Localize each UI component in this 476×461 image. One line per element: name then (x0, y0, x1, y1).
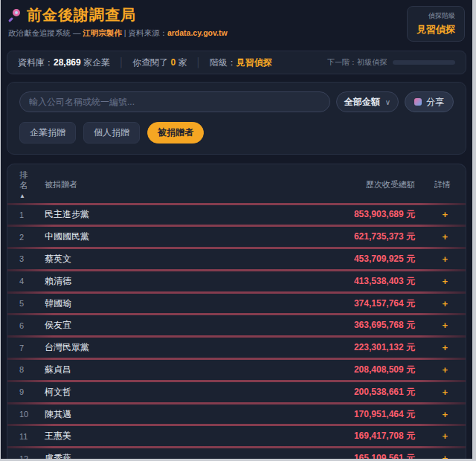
progress-bar (393, 60, 455, 65)
author-link[interactable]: 江明宗製作 (83, 28, 122, 37)
row-total-amount: 169,417,708 元 (303, 430, 415, 442)
detective-rank-badge: 偵探階級 見習偵探 (407, 6, 465, 42)
expand-row-icon[interactable]: + (415, 298, 454, 309)
table-body: 1 民主進步黨 853,903,689 元 + 2 中國國民黨 621,735,… (7, 205, 466, 460)
row-recipient-name: 柯文哲 (45, 386, 303, 399)
expand-row-icon[interactable]: + (415, 276, 454, 287)
tab-1[interactable]: 個人捐贈 (83, 122, 140, 144)
data-source-link[interactable]: ardata.cy.gov.tw (167, 28, 228, 37)
header: 前金後謝調查局 政治獻金追蹤系統 — 江明宗製作 | 資料來源：ardata.c… (1, 0, 472, 42)
row-rank: 9 (19, 387, 45, 396)
row-recipient-name: 蘇貞昌 (45, 364, 303, 376)
row-rank: 4 (19, 277, 45, 286)
title-block: 前金後謝調查局 政治獻金追蹤系統 — 江明宗製作 | 資料來源：ardata.c… (8, 5, 228, 39)
db-label: 資料庫： (18, 57, 54, 68)
detail-column-header: 詳情 (415, 179, 454, 190)
expand-row-icon[interactable]: + (415, 364, 454, 375)
row-rank: 3 (19, 254, 45, 263)
expand-row-icon[interactable]: + (415, 409, 454, 420)
table-row[interactable]: 9 柯文哲 200,538,661 元 + (7, 382, 466, 402)
row-recipient-name: 盧秀燕 (45, 452, 303, 459)
row-total-amount: 200,538,661 元 (303, 386, 415, 399)
row-total-amount: 208,408,509 元 (303, 364, 415, 376)
expand-row-icon[interactable]: + (415, 209, 454, 220)
row-total-amount: 223,301,132 元 (303, 341, 415, 354)
row-recipient-name: 台灣民眾黨 (45, 341, 303, 354)
expand-row-icon[interactable]: + (415, 342, 454, 353)
table-row[interactable]: 11 王惠美 169,417,708 元 + (7, 426, 466, 446)
stats-text: 資料庫：28,869 家企業 │ 你查閱了 0 家 │ 階級：見習偵探 (18, 57, 272, 69)
table-row[interactable]: 8 蘇貞昌 208,408,509 元 + (7, 360, 466, 380)
next-rank-label: 下一階：初級偵探 (327, 57, 387, 68)
row-recipient-name: 侯友宜 (45, 319, 303, 332)
viewed-suffix: 家 (176, 57, 187, 68)
row-recipient-name: 賴清德 (45, 275, 303, 288)
badge-value: 見習偵探 (416, 23, 455, 36)
row-total-amount: 363,695,768 元 (303, 319, 415, 332)
row-rank: 5 (19, 299, 45, 308)
row-rank: 11 (19, 432, 45, 441)
table-row[interactable]: 3 蔡英文 453,709,925 元 + (7, 249, 466, 269)
subtitle-mid: | 資料來源： (122, 28, 167, 37)
tab-0[interactable]: 企業捐贈 (19, 122, 76, 144)
table-row[interactable]: 1 民主進步黨 853,903,689 元 + (7, 205, 466, 225)
expand-row-icon[interactable]: + (415, 387, 454, 398)
row-rank: 1 (19, 210, 45, 219)
row-total-amount: 413,538,403 元 (303, 275, 415, 288)
db-count: 28,869 (54, 57, 81, 68)
magnifier-icon (8, 9, 21, 22)
row-rank: 7 (19, 344, 45, 352)
amount-filter-value: 全部金額 (344, 96, 380, 109)
expand-row-icon[interactable]: + (415, 453, 454, 459)
table-row[interactable]: 6 侯友宜 363,695,768 元 + (7, 315, 466, 335)
rank-label: 階級： (210, 57, 237, 68)
row-recipient-name: 韓國瑜 (45, 297, 303, 310)
table-row[interactable]: 10 陳其邁 170,951,464 元 + (7, 404, 466, 425)
page: 前金後謝調查局 政治獻金追蹤系統 — 江明宗製作 | 資料來源：ardata.c… (1, 0, 472, 459)
chevron-down-icon: ∨ (385, 98, 390, 106)
table-row[interactable]: 7 台灣民眾黨 223,301,132 元 + (7, 338, 466, 358)
table-header-row: 排名 ▲ 被捐贈者 歷次收受總額 詳情 (7, 164, 466, 203)
tabs: 企業捐贈個人捐贈被捐贈者 (19, 122, 454, 144)
table-row[interactable]: 4 賴清德 413,538,403 元 + (7, 271, 466, 291)
share-icon (414, 98, 422, 106)
expand-row-icon[interactable]: + (415, 431, 454, 442)
sort-asc-icon: ▲ (19, 193, 45, 199)
page-title: 前金後謝調查局 (27, 5, 136, 25)
row-recipient-name: 民主進步黨 (45, 208, 303, 221)
tab-2[interactable]: 被捐贈者 (147, 122, 204, 144)
row-recipient-name: 陳其邁 (45, 408, 303, 421)
stats-divider: │ (118, 57, 124, 68)
recipients-table: 排名 ▲ 被捐贈者 歷次收受總額 詳情 1 民主進步黨 853,903,689 … (7, 164, 466, 459)
search-input[interactable] (19, 91, 330, 112)
row-total-amount: 165,109,561 元 (303, 452, 415, 459)
db-suffix: 家企業 (81, 57, 110, 68)
row-recipient-name: 蔡英文 (45, 253, 303, 265)
row-total-amount: 170,951,464 元 (303, 408, 415, 421)
amount-filter-select[interactable]: 全部金額 ∨ (336, 91, 399, 112)
table-row[interactable]: 2 中國國民黨 621,735,373 元 + (7, 227, 466, 247)
row-rank: 12 (19, 454, 45, 459)
table-row[interactable]: 12 盧秀燕 165,109,561 元 + (7, 448, 466, 459)
rank-value: 見習偵探 (237, 57, 272, 68)
row-rank: 2 (19, 233, 45, 242)
row-rank: 10 (19, 410, 45, 419)
amount-column-header: 歷次收受總額 (303, 179, 415, 190)
share-label: 分享 (426, 96, 444, 109)
stats-divider: │ (196, 57, 202, 68)
subtitle: 政治獻金追蹤系統 — 江明宗製作 | 資料來源：ardata.cy.gov.tw (8, 28, 228, 39)
viewed-label: 你查閱了 (132, 57, 170, 68)
search-card: 全部金額 ∨ 分享 企業捐贈個人捐贈被捐贈者 (7, 82, 466, 155)
expand-row-icon[interactable]: + (415, 254, 454, 265)
table-row[interactable]: 5 韓國瑜 374,157,764 元 + (7, 294, 466, 314)
row-rank: 8 (19, 365, 45, 374)
row-total-amount: 621,735,373 元 (303, 230, 415, 243)
row-rank: 6 (19, 321, 45, 330)
share-button[interactable]: 分享 (405, 91, 454, 112)
subtitle-prefix: 政治獻金追蹤系統 — (8, 28, 83, 37)
rank-column-header[interactable]: 排名 ▲ (19, 170, 45, 199)
row-recipient-name: 中國國民黨 (45, 230, 303, 243)
expand-row-icon[interactable]: + (415, 231, 454, 242)
expand-row-icon[interactable]: + (415, 320, 454, 331)
row-total-amount: 453,709,925 元 (303, 253, 415, 265)
